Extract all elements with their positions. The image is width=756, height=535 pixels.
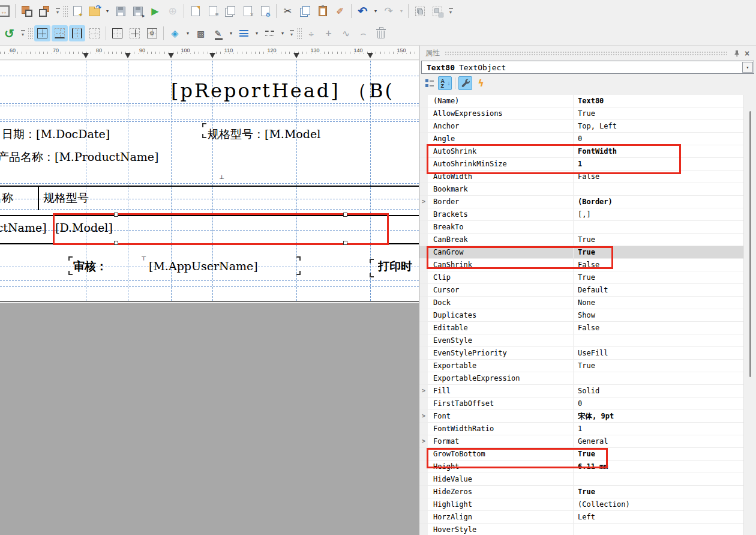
model-spec-object[interactable]: 规格型号：[M.Model: [208, 128, 419, 141]
ruler-guide-marker[interactable]: [209, 53, 215, 58]
property-value[interactable]: True: [574, 107, 743, 119]
selection-handle[interactable]: [114, 213, 118, 217]
property-row-Angle[interactable]: Angle0: [419, 133, 743, 145]
property-row-Anchor[interactable]: AnchorTop, Left: [419, 120, 743, 133]
property-value[interactable]: Solid: [574, 385, 743, 397]
line-style-dropdown-arrow[interactable]: ▾: [279, 26, 286, 41]
undo-all-icon[interactable]: ↺: [1, 25, 17, 41]
border-inner-icon[interactable]: [127, 25, 143, 41]
line-width-dropdown-arrow[interactable]: ▾: [253, 26, 260, 41]
property-row-Name[interactable]: (Name)Text80: [419, 95, 743, 107]
property-row-Duplicates[interactable]: DuplicatesShow: [419, 309, 743, 322]
expand-arrow-icon[interactable]: >: [419, 196, 428, 208]
redo-icon[interactable]: ↷: [380, 3, 397, 19]
property-value[interactable]: 0: [574, 133, 743, 145]
property-row-AutoShrinkMinSize[interactable]: AutoShrinkMinSize1: [419, 158, 743, 171]
undo-overflow-icon[interactable]: ▾: [19, 26, 27, 41]
property-row-Editable[interactable]: EditableFalse: [419, 322, 743, 334]
expand-arrow-icon[interactable]: >: [419, 435, 428, 447]
close-icon[interactable]: ×: [742, 49, 752, 58]
format-painter-icon[interactable]: ✐: [332, 3, 348, 19]
property-value[interactable]: Default: [574, 284, 743, 296]
line-color-icon[interactable]: ✎: [210, 25, 226, 41]
cut-icon[interactable]: ✂: [280, 3, 296, 19]
selection-handle[interactable]: [343, 241, 347, 245]
property-row-Fill[interactable]: >FillSolid: [419, 385, 743, 397]
property-row-Clip[interactable]: ClipTrue: [419, 271, 743, 284]
property-row-CanGrow[interactable]: CanGrowTrue: [419, 246, 743, 259]
column-header-spec[interactable]: 规格型号: [43, 192, 89, 205]
property-value[interactable]: [574, 221, 743, 233]
property-value[interactable]: True: [574, 360, 743, 372]
property-value[interactable]: False: [574, 322, 743, 334]
audit-label-object[interactable]: 审核：: [73, 260, 107, 273]
property-value[interactable]: (Collection): [574, 498, 743, 510]
save-all-icon[interactable]: ▸: [130, 3, 146, 19]
property-value[interactable]: False: [574, 259, 743, 271]
property-row-HideValue[interactable]: HideValue: [419, 473, 743, 486]
report-title-object[interactable]: [pReportHead] （B(: [171, 80, 419, 102]
property-value[interactable]: [574, 372, 743, 384]
property-value[interactable]: UseFill: [574, 347, 743, 359]
add-point-icon[interactable]: +: [320, 25, 337, 41]
toolbar-overflow-icon[interactable]: ▾: [446, 4, 455, 19]
open-icon[interactable]: ↷: [86, 3, 103, 19]
selection-handle[interactable]: [343, 213, 347, 217]
fill-color-icon[interactable]: ◈: [167, 25, 183, 41]
bring-to-front-icon[interactable]: [19, 3, 35, 19]
print-time-object[interactable]: 打印时: [378, 260, 419, 273]
delete-icon[interactable]: [373, 25, 389, 41]
property-row-ExportableExpression[interactable]: ExportableExpression: [419, 372, 743, 385]
property-value[interactable]: 0: [574, 397, 743, 410]
scrollbar-track[interactable]: [743, 95, 756, 535]
polyline-icon[interactable]: ∿: [338, 25, 354, 41]
property-row-Font[interactable]: >Font宋体, 9pt: [419, 410, 743, 423]
audit-user-object[interactable]: [M.AppUserName]: [149, 260, 258, 273]
ruler-guide-marker[interactable]: [125, 53, 131, 58]
property-row-AutoShrink[interactable]: AutoShrinkFontWidth: [419, 145, 743, 158]
property-value[interactable]: Show: [574, 309, 743, 321]
line-color-dropdown-arrow[interactable]: ▾: [227, 26, 235, 41]
selection-handle[interactable]: [114, 241, 118, 245]
properties-view-button[interactable]: [458, 76, 472, 90]
property-row-FirstTabOffset[interactable]: FirstTabOffset0: [419, 397, 743, 410]
redo-dropdown-arrow[interactable]: ▾: [398, 4, 405, 19]
property-value[interactable]: Top, Left: [574, 120, 743, 132]
paste-icon[interactable]: [314, 3, 331, 19]
align-overflow-icon[interactable]: ▾: [53, 4, 62, 19]
undo-icon[interactable]: ↶: [355, 3, 371, 19]
property-value[interactable]: General: [574, 435, 743, 447]
new-report-icon[interactable]: ✦: [69, 3, 85, 19]
property-value[interactable]: True: [574, 486, 743, 498]
border-left-right-icon[interactable]: [69, 25, 85, 41]
property-row-CanBreak[interactable]: CanBreakTrue: [419, 234, 743, 246]
ungroup-icon[interactable]: [429, 3, 445, 19]
property-value[interactable]: Left: [574, 511, 743, 523]
property-row-BreakTo[interactable]: BreakTo: [419, 221, 743, 234]
property-value[interactable]: 宋体, 9pt: [574, 410, 743, 422]
report-canvas[interactable]: [pReportHead] （B( 日期：[M.DocDate] 规格型号：[M…: [0, 61, 419, 302]
ruler-guide-marker[interactable]: [293, 53, 299, 58]
center-objects-icon[interactable]: ↔: [0, 3, 12, 19]
toolbar-grip[interactable]: [28, 27, 33, 40]
combo-dropdown-button[interactable]: ▾: [742, 62, 753, 73]
property-row-Exportable[interactable]: ExportableTrue: [419, 360, 743, 372]
expand-arrow-icon[interactable]: >: [419, 385, 428, 397]
border-bottom-icon[interactable]: [52, 25, 68, 41]
border-all-icon[interactable]: [34, 25, 50, 41]
property-row-CanShrink[interactable]: CanShrinkFalse: [419, 259, 743, 271]
ruler-guide-marker[interactable]: [367, 53, 373, 58]
alphabetical-view-button[interactable]: AZ↓: [438, 76, 452, 90]
property-row-Height[interactable]: Height6.11 mm: [419, 461, 743, 473]
line-width-icon[interactable]: [236, 25, 252, 41]
property-value[interactable]: 6.11 mm: [574, 461, 743, 473]
property-value[interactable]: FontWidth: [574, 145, 743, 157]
property-row-AutoWidth[interactable]: AutoWidthFalse: [419, 171, 743, 183]
product-name-object[interactable]: 产品名称：[M.ProductName]: [0, 151, 159, 164]
doc-date-object[interactable]: 日期：[M.DocDate]: [2, 128, 110, 141]
group-icon[interactable]: [412, 3, 428, 19]
toolbar-grip[interactable]: [297, 27, 302, 40]
property-row-Highlight[interactable]: Highlight(Collection): [419, 498, 743, 511]
property-value[interactable]: [574, 524, 743, 535]
property-value[interactable]: False: [574, 171, 743, 183]
